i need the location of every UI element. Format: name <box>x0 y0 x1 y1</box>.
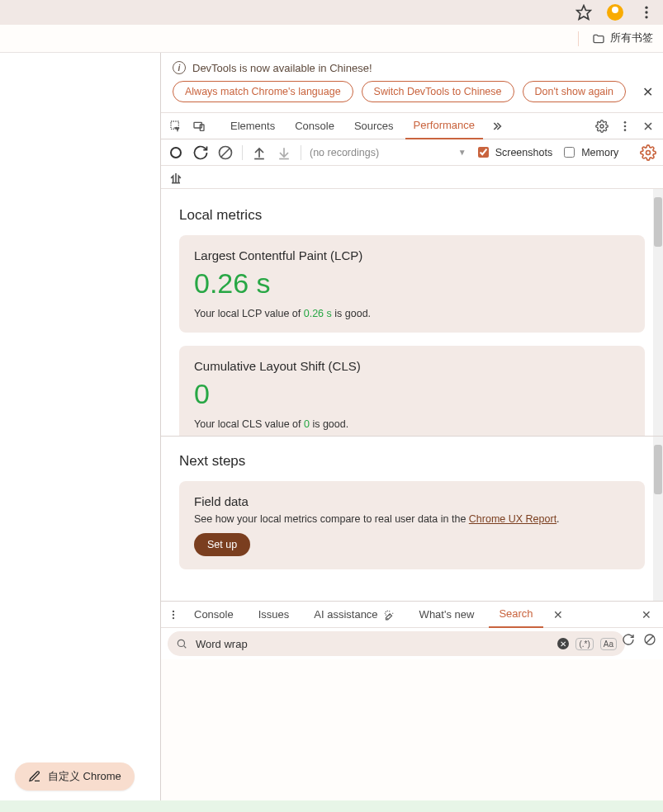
lcp-card: Largest Contentful Paint (LCP) 0.26 s Yo… <box>179 235 645 333</box>
clear-icon[interactable] <box>217 144 234 161</box>
svg-point-16 <box>178 640 184 646</box>
drawer-tabbar: Console Issues AI assistance What's new … <box>161 602 663 628</box>
recordings-dropdown-label[interactable]: (no recordings) <box>310 147 379 158</box>
nextsteps-scrollbar[interactable] <box>653 437 663 601</box>
bookmark-star-icon[interactable] <box>575 4 592 21</box>
dont-show-again-button[interactable]: Don't show again <box>523 81 627 102</box>
svg-point-9 <box>624 125 627 127</box>
screenshots-label: Screenshots <box>495 147 552 158</box>
svg-marker-0 <box>577 6 591 20</box>
drawer-tab-whatsnew[interactable]: What's new <box>410 602 485 628</box>
drawer-tab-console[interactable]: Console <box>184 602 244 628</box>
infobar-close-icon[interactable]: ✕ <box>642 84 653 100</box>
metrics-scrollbar[interactable] <box>653 189 663 436</box>
search-refresh-icon[interactable] <box>622 633 635 646</box>
all-bookmarks-label: 所有书签 <box>610 31 653 45</box>
settings-gear-icon[interactable] <box>592 116 612 136</box>
clear-search-icon[interactable]: ✕ <box>557 638 569 649</box>
regex-toggle[interactable]: (.*) <box>575 638 593 650</box>
drawer-tab-search[interactable]: Search <box>489 602 542 628</box>
search-results-area <box>161 659 663 800</box>
drawer-kebab-icon[interactable] <box>168 609 179 621</box>
switch-chinese-button[interactable]: Switch DevTools to Chinese <box>362 81 514 102</box>
match-language-button[interactable]: Always match Chrome's language <box>173 81 353 102</box>
profile-avatar-icon[interactable] <box>607 4 623 21</box>
language-infobar: i DevTools is now available in Chinese! … <box>161 53 663 113</box>
cls-title: Cumulative Layout Shift (CLS) <box>194 359 630 373</box>
field-data-title: Field data <box>194 494 630 508</box>
svg-point-3 <box>645 16 647 18</box>
cls-subtitle: Your local CLS value of 0 is good. <box>194 418 630 430</box>
devtools-tabbar: Elements Console Sources Performance <box>161 113 663 139</box>
info-icon: i <box>173 61 186 74</box>
cls-value: 0 <box>194 378 630 410</box>
search-clear-icon[interactable] <box>643 633 656 646</box>
local-metrics-panel: Local metrics Largest Contentful Paint (… <box>161 189 663 437</box>
kebab-menu-icon[interactable] <box>615 116 635 136</box>
screenshots-checkbox[interactable]: Screenshots <box>475 144 552 160</box>
capture-settings-gear-icon[interactable] <box>640 144 656 161</box>
field-data-text: See how your local metrics compare to re… <box>194 513 630 525</box>
browser-menu-icon[interactable] <box>638 4 655 21</box>
infobar-message: DevTools is now available in Chinese! <box>192 62 372 74</box>
performance-toolbar: (no recordings) ▼ Screenshots Memory <box>161 139 663 166</box>
download-icon[interactable] <box>276 144 292 161</box>
bookmarks-bar: 所有书签 <box>0 25 663 53</box>
collect-garbage-icon[interactable] <box>168 169 184 186</box>
svg-point-14 <box>173 613 174 615</box>
next-steps-title: Next steps <box>179 453 645 470</box>
field-data-card: Field data See how your local metrics co… <box>179 481 645 569</box>
search-input[interactable] <box>194 637 551 651</box>
match-case-toggle[interactable]: Aa <box>600 638 617 650</box>
customize-chrome-label: 自定义 Chrome <box>48 769 121 784</box>
page-content-area: 自定义 Chrome <box>0 53 161 800</box>
svg-point-8 <box>624 121 627 124</box>
tab-elements[interactable]: Elements <box>222 113 283 139</box>
svg-point-10 <box>624 129 627 131</box>
upload-icon[interactable] <box>251 144 268 161</box>
memory-checkbox[interactable]: Memory <box>561 144 618 160</box>
divider <box>578 31 579 46</box>
drawer-tab-ai[interactable]: AI assistance <box>304 602 404 628</box>
reload-record-icon[interactable] <box>192 144 209 161</box>
status-bar <box>0 800 663 812</box>
memory-label: Memory <box>581 147 618 158</box>
tab-sources[interactable]: Sources <box>346 113 402 139</box>
svg-point-7 <box>600 125 604 128</box>
record-button[interactable] <box>168 144 184 161</box>
browser-top-bar <box>0 0 663 25</box>
tab-console[interactable]: Console <box>287 113 343 139</box>
svg-point-12 <box>646 150 651 154</box>
search-icon <box>176 638 187 649</box>
drawer-tab-issues[interactable]: Issues <box>249 602 300 628</box>
all-bookmarks-button[interactable]: 所有书签 <box>592 31 653 45</box>
svg-point-1 <box>645 7 647 9</box>
chrome-ux-report-link[interactable]: Chrome UX Report <box>469 513 556 525</box>
inspect-element-icon[interactable] <box>166 116 186 136</box>
svg-point-2 <box>645 11 647 13</box>
drawer-tab-close-icon[interactable]: ✕ <box>548 608 568 621</box>
devtools-close-icon[interactable] <box>638 116 658 136</box>
tab-performance[interactable]: Performance <box>405 113 483 139</box>
customize-chrome-button[interactable]: 自定义 Chrome <box>15 762 135 791</box>
cls-card: Cumulative Layout Shift (CLS) 0 Your loc… <box>179 346 645 437</box>
local-metrics-title: Local metrics <box>179 207 645 224</box>
lcp-value: 0.26 s <box>194 267 630 300</box>
recordings-dropdown-caret-icon[interactable]: ▼ <box>458 148 466 157</box>
set-up-button[interactable]: Set up <box>194 533 250 556</box>
device-toolbar-icon[interactable] <box>189 116 209 136</box>
lcp-title: Largest Contentful Paint (LCP) <box>194 248 630 262</box>
next-steps-panel: Next steps Field data See how your local… <box>161 437 663 602</box>
more-tabs-icon[interactable] <box>486 116 506 136</box>
devtools-panel: i DevTools is now available in Chinese! … <box>161 53 663 800</box>
lcp-subtitle: Your local LCP value of 0.26 s is good. <box>194 308 630 319</box>
svg-point-15 <box>173 616 174 618</box>
search-input-row: ✕ (.*) Aa <box>168 631 625 656</box>
svg-point-13 <box>173 610 174 611</box>
drawer-close-icon[interactable]: ✕ <box>637 608 656 621</box>
